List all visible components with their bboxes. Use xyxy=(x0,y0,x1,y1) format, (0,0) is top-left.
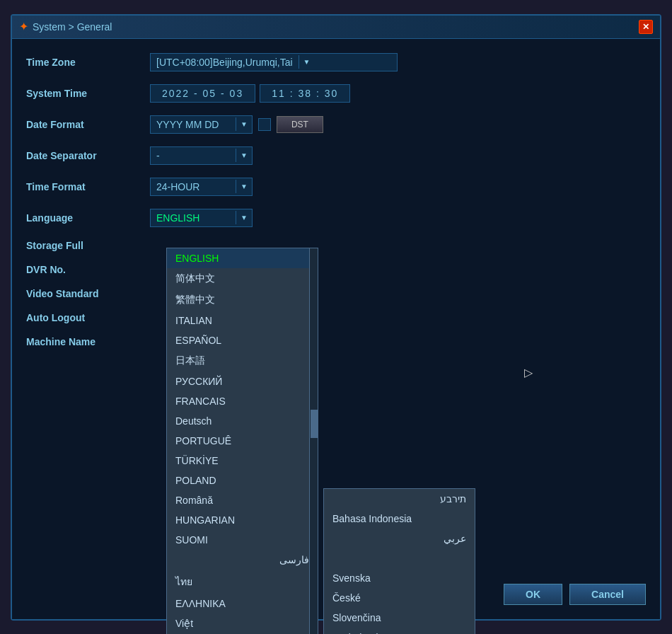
timezone-dropdown-arrow[interactable]: ▼ xyxy=(299,55,315,69)
dropdown-item-russian[interactable]: РУССКИЙ xyxy=(167,371,318,391)
dst-button[interactable]: DST xyxy=(277,116,323,133)
dropdown-item-hungarian[interactable]: HUNGARIAN xyxy=(167,510,318,530)
title-bar: ✦ System > General ✕ xyxy=(12,16,660,39)
auto-logout-row: Auto Logout xyxy=(26,312,646,323)
system-time-date[interactable]: 2022 - 05 - 03 xyxy=(150,84,255,103)
dvr-no-label: DVR No. xyxy=(26,264,150,275)
dropdown-item-deutsch[interactable]: Deutsch xyxy=(167,411,318,431)
title-icon: ✦ xyxy=(19,20,28,33)
language-row: Language ENGLISH ▼ xyxy=(26,209,646,227)
dropdown-item-suomi[interactable]: SUOMI xyxy=(167,530,318,550)
system-time-row: System Time 2022 - 05 - 03 11 : 38 : 30 xyxy=(26,84,646,103)
dropdown-item-portuguese[interactable]: PORTUGUÊ xyxy=(167,431,318,451)
video-standard-row: Video Standard xyxy=(26,288,646,299)
auto-logout-label: Auto Logout xyxy=(26,312,150,323)
secondary-item-arabic[interactable]: عربي xyxy=(324,529,475,548)
machine-name-row: Machine Name xyxy=(26,336,646,347)
secondary-item-hebrew[interactable]: תירבע xyxy=(324,489,475,509)
time-format-label: Time Format xyxy=(26,181,150,192)
dropdown-item-english[interactable]: ENGLISH xyxy=(167,248,318,268)
storage-full-label: Storage Full xyxy=(26,240,150,251)
dropdown-item-espanol[interactable]: ESPAÑOL xyxy=(167,330,318,350)
dropdown-item-poland[interactable]: POLAND xyxy=(167,471,318,490)
ok-button[interactable]: OK xyxy=(504,584,562,605)
time-format-row: Time Format 24-HOUR ▼ xyxy=(26,178,646,196)
date-format-arrow[interactable]: ▼ xyxy=(236,117,252,131)
video-standard-label: Video Standard xyxy=(26,288,150,299)
secondary-dropdown-menu: תירבע Bahasa Indonesia عربي Svenska Česk… xyxy=(323,488,475,635)
content-area: Time Zone [UTC+08:00]Beijing,Urumqi,Tai … xyxy=(12,39,660,619)
dst-checkbox[interactable] xyxy=(258,118,271,131)
date-format-row: Date Format YYYY MM DD ▼ DST xyxy=(26,115,646,134)
secondary-item-slovencina[interactable]: Slovenčina xyxy=(324,608,475,628)
date-separator-select[interactable]: - ▼ xyxy=(150,146,253,165)
language-select[interactable]: ENGLISH ▼ xyxy=(150,209,253,227)
language-dropdown-menu: ENGLISH 简体中文 繁體中文 ITALIAN ESPAÑOL 日本語 РУ… xyxy=(166,248,318,635)
system-time-time[interactable]: 11 : 38 : 30 xyxy=(260,84,350,103)
date-separator-row: Date Separator - ▼ xyxy=(26,146,646,165)
system-time-label: System Time xyxy=(26,88,150,99)
dropdown-item-francais[interactable]: FRANCAIS xyxy=(167,391,318,411)
time-format-value: 24-HOUR xyxy=(151,178,236,195)
date-format-value: YYYY MM DD xyxy=(151,116,236,133)
dropdown-scrollbar-thumb xyxy=(311,410,318,438)
dialog-window: ✦ System > General ✕ Time Zone [UTC+08:0… xyxy=(11,14,661,621)
date-format-controls: YYYY MM DD ▼ DST xyxy=(150,115,323,134)
date-format-label: Date Format xyxy=(26,119,150,130)
dialog-buttons: OK Cancel xyxy=(504,584,646,605)
dropdown-item-traditional-chinese[interactable]: 繁體中文 xyxy=(167,289,318,311)
cursor: ▷ xyxy=(524,366,533,379)
timezone-value: [UTC+08:00]Beijing,Urumqi,Tai xyxy=(151,54,299,71)
dvr-no-row: DVR No. xyxy=(26,264,646,275)
timezone-label: Time Zone xyxy=(26,57,150,68)
language-label: Language xyxy=(26,212,150,224)
timezone-select[interactable]: [UTC+08:00]Beijing,Urumqi,Tai ▼ xyxy=(150,53,398,71)
time-format-select[interactable]: 24-HOUR ▼ xyxy=(150,178,253,196)
language-arrow[interactable]: ▼ xyxy=(236,211,252,224)
dropdown-item-thai[interactable]: ไทย xyxy=(167,570,318,594)
dropdown-item-japanese[interactable]: 日本語 xyxy=(167,350,318,371)
date-separator-label: Date Separator xyxy=(26,150,150,161)
time-format-arrow[interactable]: ▼ xyxy=(236,180,252,193)
dropdown-item-romanian[interactable]: Română xyxy=(167,490,318,510)
dropdown-item-turkish[interactable]: TÜRKİYE xyxy=(167,451,318,471)
secondary-item-bahasa[interactable]: Bahasa Indonesia xyxy=(324,509,475,529)
title-bar-left: ✦ System > General xyxy=(19,20,112,33)
dropdown-scrollbar[interactable] xyxy=(309,248,318,635)
timezone-row: Time Zone [UTC+08:00]Beijing,Urumqi,Tai … xyxy=(26,53,646,71)
dropdown-item-simplified-chinese[interactable]: 简体中文 xyxy=(167,268,318,289)
date-format-select[interactable]: YYYY MM DD ▼ xyxy=(150,115,253,134)
window-title: System > General xyxy=(33,21,112,33)
date-separator-arrow[interactable]: ▼ xyxy=(236,149,252,162)
machine-name-label: Machine Name xyxy=(26,336,150,347)
secondary-item-ceske[interactable]: České xyxy=(324,588,475,608)
language-value: ENGLISH xyxy=(151,209,236,226)
dropdown-item-greek[interactable]: ΕΛΛΗΝΙΚΑ xyxy=(167,594,318,613)
secondary-item-nederlands[interactable]: Nederlands xyxy=(324,628,475,635)
secondary-item-empty xyxy=(324,548,475,568)
date-separator-value: - xyxy=(151,147,236,164)
dropdown-item-italian[interactable]: ITALIAN xyxy=(167,311,318,330)
dropdown-item-viet[interactable]: Việt xyxy=(167,613,318,633)
close-button[interactable]: ✕ xyxy=(639,20,653,34)
secondary-item-svenska[interactable]: Svenska xyxy=(324,568,475,588)
dropdown-item-farsi[interactable]: فارسى xyxy=(167,550,318,570)
storage-full-row: Storage Full xyxy=(26,240,646,251)
cancel-button[interactable]: Cancel xyxy=(569,584,646,605)
